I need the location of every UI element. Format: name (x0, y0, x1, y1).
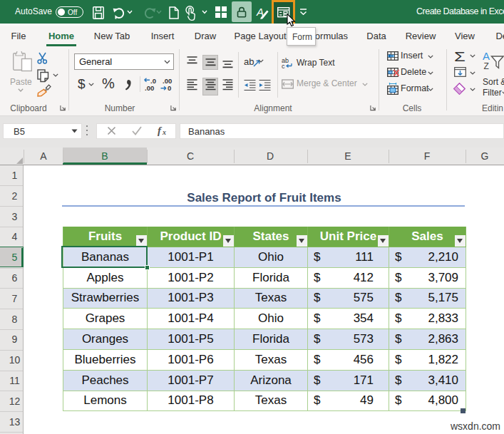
svg-text:A: A (483, 50, 490, 62)
svg-text:0: 0 (168, 84, 171, 92)
svg-text:ab: ab (244, 56, 254, 67)
svg-text:.00: .00 (145, 84, 154, 92)
svg-text:c: c (282, 63, 285, 68)
svg-text:Z: Z (484, 61, 489, 71)
